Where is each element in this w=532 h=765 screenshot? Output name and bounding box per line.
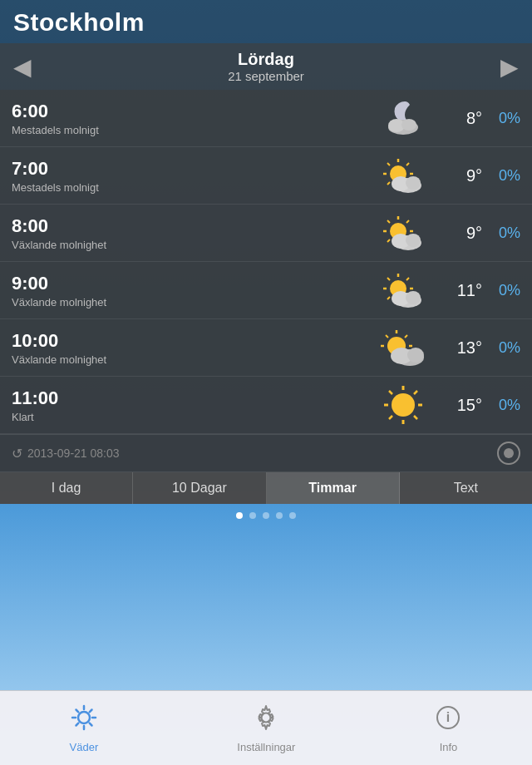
weather-row: 7:00 Mestadels molnigt 9° 0%: [0, 147, 532, 205]
time-label: 7:00: [12, 158, 374, 180]
header: Stockholm: [0, 0, 532, 43]
weather-row: 10:00 Växlande molnighet 13° 0%: [0, 319, 532, 377]
tab-label: Inställningar: [237, 741, 295, 753]
time-label: 8:00: [12, 215, 374, 237]
svg-point-26: [406, 234, 421, 247]
page-dot-1: [249, 512, 256, 519]
weather-icon: [374, 213, 432, 253]
svg-line-20: [387, 220, 390, 223]
temperature: 9°: [432, 166, 482, 185]
svg-line-44: [386, 335, 388, 338]
circle-inner: [504, 448, 514, 458]
temperature: 15°: [432, 396, 482, 415]
temperature: 11°: [432, 281, 482, 300]
weather-icon: [374, 328, 432, 368]
svg-point-38: [406, 291, 421, 304]
temperature: 13°: [432, 338, 482, 358]
gear-icon: [252, 703, 280, 732]
svg-line-34: [387, 297, 390, 299]
precipitation: 0%: [482, 110, 520, 127]
weather-row: 6:00 Mestadels molnigt 8° 0%: [0, 90, 532, 147]
precipitation: 0%: [482, 397, 520, 414]
segment-button-10-dagar[interactable]: 10 Dagar: [133, 472, 266, 504]
weather-list: 6:00 Mestadels molnigt 8° 0% 7:00 Mestad…: [0, 90, 532, 434]
date-bar: ◀ Lördag 21 september ▶: [0, 43, 532, 90]
info-icon: i: [434, 703, 462, 732]
segment-button-i-dag[interactable]: I dag: [0, 472, 133, 504]
time-label: 10:00: [12, 330, 374, 352]
svg-point-48: [407, 348, 424, 363]
weather-icon: [374, 155, 432, 195]
bottom-tab-bar: Väder Inställningar i Info: [0, 690, 532, 765]
condition-desc: Klart: [12, 411, 374, 423]
date-full: 21 september: [228, 69, 304, 83]
next-day-button[interactable]: ▶: [500, 53, 519, 81]
temperature: 8°: [432, 109, 482, 128]
segment-button-text[interactable]: Text: [400, 472, 532, 504]
condition-desc: Mestadels molnigt: [12, 181, 374, 194]
condition-desc: Växlande molnighet: [12, 353, 374, 366]
svg-line-64: [90, 723, 92, 725]
precipitation: 0%: [482, 282, 520, 299]
segment-button-timmar[interactable]: Timmar: [267, 472, 400, 504]
prev-day-button[interactable]: ◀: [13, 53, 32, 81]
svg-line-10: [387, 182, 390, 185]
page-dot-2: [263, 512, 269, 519]
status-bar: ↺ 2013-09-21 08:03: [0, 434, 532, 471]
day-name: Lördag: [228, 50, 304, 69]
tab-label: Väder: [70, 741, 99, 753]
svg-line-57: [414, 416, 417, 419]
svg-point-49: [392, 393, 415, 417]
page-dot-0: [236, 512, 243, 519]
svg-point-14: [406, 176, 421, 190]
svg-line-33: [406, 278, 409, 280]
date-info: Lördag 21 september: [228, 50, 304, 83]
weather-row: 8:00 Växlande molnighet 9° 0%: [0, 205, 532, 262]
time-desc: 7:00 Mestadels molnigt: [12, 158, 374, 194]
time-label: 6:00: [12, 101, 374, 122]
svg-line-54: [389, 391, 392, 394]
tab-item-inställningar[interactable]: Inställningar: [237, 703, 295, 753]
svg-text:i: i: [446, 710, 450, 724]
last-updated: 2013-09-21 08:03: [27, 447, 120, 460]
time-desc: 9:00 Växlande molnighet: [12, 273, 374, 308]
weather-icon: [374, 98, 432, 138]
svg-point-58: [78, 712, 90, 723]
svg-line-8: [387, 163, 390, 165]
segment-bar: I dag10 DagarTimmarText: [0, 471, 532, 504]
time-desc: 10:00 Växlande molnighet: [12, 330, 374, 366]
svg-line-63: [76, 709, 78, 712]
svg-line-32: [387, 278, 390, 280]
weather-row: 11:00 Klart 15° 0%: [0, 377, 532, 434]
time-label: 9:00: [12, 273, 374, 294]
sun-icon: [70, 703, 98, 738]
sun-icon: [70, 703, 98, 732]
precipitation: 0%: [482, 225, 520, 242]
tab-item-info[interactable]: i Info: [434, 703, 462, 753]
app-title: Stockholm: [13, 8, 145, 37]
svg-line-45: [405, 335, 407, 338]
svg-line-55: [414, 391, 417, 394]
tab-item-väder[interactable]: Väder: [70, 703, 99, 753]
precipitation: 0%: [482, 339, 520, 357]
condition-desc: Växlande molnighet: [12, 239, 374, 251]
gear-icon: [252, 703, 280, 738]
svg-line-9: [406, 163, 409, 165]
svg-line-22: [387, 239, 390, 242]
page-dots: [0, 504, 532, 526]
weather-icon: [374, 270, 432, 310]
svg-line-65: [90, 709, 92, 712]
time-label: 11:00: [12, 387, 374, 409]
svg-line-66: [76, 723, 78, 725]
condition-desc: Växlande molnighet: [12, 296, 374, 308]
settings-circle-icon[interactable]: [497, 442, 520, 465]
time-desc: 11:00 Klart: [12, 387, 374, 423]
status-left: ↺ 2013-09-21 08:03: [12, 446, 120, 461]
weather-row: 9:00 Växlande molnighet 11° 0%: [0, 262, 532, 319]
time-desc: 6:00 Mestadels molnigt: [12, 101, 374, 136]
svg-line-56: [389, 416, 392, 419]
refresh-icon[interactable]: ↺: [12, 446, 22, 461]
time-desc: 8:00 Växlande molnighet: [12, 215, 374, 251]
page-dot-4: [289, 512, 296, 519]
weather-icon: [374, 385, 432, 425]
